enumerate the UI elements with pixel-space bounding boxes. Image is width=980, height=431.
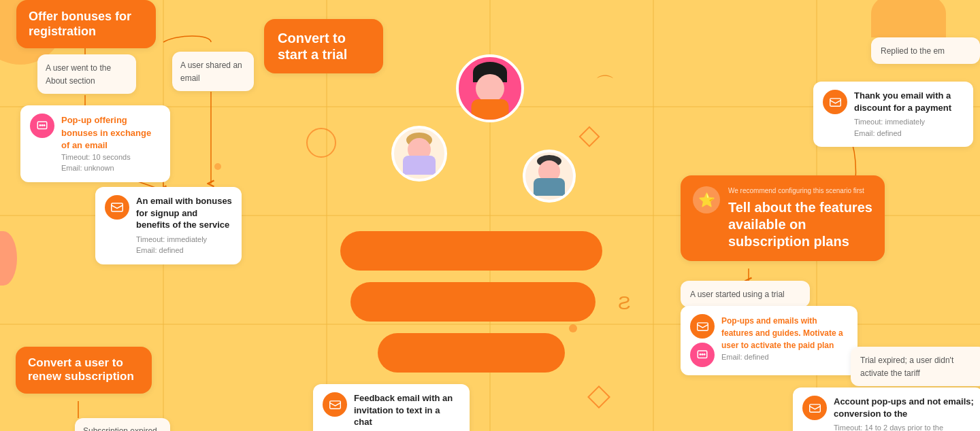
popups-features-card[interactable]: Pop-ups and emails with features and gui… — [681, 306, 858, 375]
user-shared-label: A user shared an email — [180, 61, 242, 83]
thankyou-email-icon — [823, 90, 847, 114]
user-shared-node: A user shared an email — [172, 52, 254, 91]
account-popup-card[interactable]: Account pop-ups and not emails; conversi… — [793, 387, 980, 431]
squiggle-1: ⌒ — [595, 71, 615, 97]
svg-point-24 — [702, 354, 704, 356]
trial-expired-node: Trial expired; a user didn't activate th… — [851, 347, 980, 386]
diamond-outline-1 — [578, 126, 600, 147]
tell-features-card[interactable]: ⭐ We recommend configuring this scenario… — [681, 175, 885, 261]
tell-features-title: Tell about the features available on sub… — [728, 199, 872, 250]
svg-point-19 — [44, 124, 46, 126]
email-bonuses-email: Email: defined — [136, 245, 232, 256]
svg-rect-26 — [830, 98, 840, 105]
diamond-outline-2 — [587, 385, 610, 409]
pill-bar-2 — [350, 282, 595, 322]
avatar-3 — [523, 150, 576, 203]
svg-point-25 — [704, 354, 706, 356]
svg-rect-20 — [112, 203, 123, 211]
bg-arc-topright — [871, 0, 946, 37]
account-popup-timeout: Timeout: 14 to 2 days prior to the — [834, 422, 974, 431]
feedback-email-card[interactable]: Feedback email with an invitation to tex… — [313, 384, 470, 431]
offer-bonuses-node[interactable]: Offer bonuses for registration — [16, 0, 156, 48]
dot-2 — [214, 163, 221, 170]
replied-email-node: Replied to the em — [871, 37, 980, 64]
popup-bonuses-card[interactable]: Pop-up offering bonuses in exchange of a… — [20, 105, 170, 182]
user-about-label: A user went to the About section — [46, 63, 111, 86]
svg-point-17 — [39, 124, 42, 126]
convert-trial-label: Convert to start a trial — [278, 31, 347, 62]
subscription-expired-node: Subscription expired — [75, 418, 170, 431]
trial-expired-label: Trial expired; a user didn't activate th… — [860, 356, 953, 378]
email-bonuses-card[interactable]: An email with bonuses for signup and ben… — [95, 187, 242, 264]
popup-bonuses-timeout: Timeout: 10 seconds — [61, 152, 161, 163]
popups-features-email: Email: defined — [721, 351, 848, 363]
replied-email-label: Replied to the em — [881, 46, 945, 56]
popup-bonuses-link[interactable]: Pop-up offering bonuses in exchange of a… — [61, 115, 151, 150]
thank-you-card[interactable]: Thank you email with a discount for a pa… — [813, 82, 973, 147]
thankyou-email: Email: defined — [854, 128, 964, 139]
dot-1 — [569, 324, 577, 332]
svg-rect-27 — [809, 404, 820, 411]
pill-bar-1 — [340, 231, 602, 271]
squiggle-2: S — [618, 292, 631, 314]
user-about-node: A user went to the About section — [37, 54, 136, 94]
pill-bar-3 — [378, 333, 565, 373]
left-pink-shape — [0, 231, 17, 286]
thankyou-timeout: Timeout: immediately — [854, 116, 964, 128]
feedback-email-title: Feedback email with an invitation to tex… — [354, 392, 460, 428]
popups-email-icon1 — [690, 314, 715, 339]
popup-bonuses-email: Email: unknown — [61, 162, 161, 174]
feedback-email-icon — [323, 392, 347, 417]
avatar-1 — [456, 54, 524, 122]
email-bonuses-icon — [105, 195, 129, 220]
account-popup-icon — [802, 396, 827, 420]
user-trial-label: A user started using a trial — [690, 290, 785, 299]
convert-renew-label: Convert a user to renew subscription — [28, 356, 134, 383]
popups-popup-icon — [690, 343, 715, 367]
popups-features-link[interactable]: Pop-ups and emails with features and gui… — [721, 316, 843, 350]
offer-bonuses-label: Offer bonuses for registration — [29, 10, 131, 38]
account-popup-title: Account pop-ups and not emails; conversi… — [834, 396, 974, 419]
circle-outline-1 — [306, 128, 336, 158]
recommend-label: We recommend configuring this scenario f… — [728, 186, 872, 195]
canvas: Offer bonuses for registration Convert t… — [0, 0, 980, 431]
svg-point-23 — [700, 354, 702, 356]
svg-rect-21 — [697, 322, 708, 330]
user-trial-node: A user started using a trial — [681, 281, 810, 307]
svg-point-18 — [42, 124, 44, 126]
email-bonuses-timeout: Timeout: immediately — [136, 234, 232, 245]
subscription-expired-label: Subscription expired — [83, 426, 157, 431]
email-bonuses-title: An email with bonuses for signup and ben… — [136, 195, 232, 231]
star-icon: ⭐ — [693, 186, 720, 213]
svg-rect-28 — [329, 400, 340, 408]
convert-renew-node[interactable]: Convert a user to renew subscription — [16, 347, 152, 394]
thankyou-title: Thank you email with a discount for a pa… — [854, 90, 964, 114]
avatar-2 — [391, 126, 447, 182]
convert-trial-node[interactable]: Convert to start a trial — [264, 19, 383, 73]
popup-icon — [30, 114, 54, 138]
